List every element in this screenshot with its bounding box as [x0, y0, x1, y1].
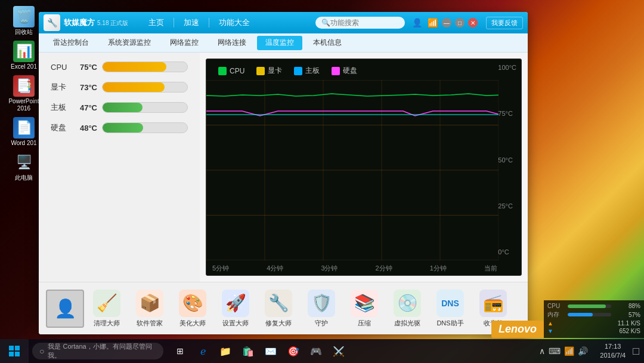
net-up-val: 11.1 K/S — [565, 320, 640, 327]
maximize-button[interactable]: □ — [455, 18, 465, 27]
minimize-button[interactable]: — — [442, 18, 451, 27]
softmgr-label: 软件管家 — [137, 319, 163, 328]
hdd-line — [206, 115, 499, 118]
toolbar-app-compress[interactable]: 📚 压缩 — [345, 290, 383, 328]
x-label-current: 当前 — [484, 264, 497, 273]
app-version: 5.18 正式版 — [97, 19, 128, 27]
desktop-icon-excel[interactable]: 📊 Excel 201 — [6, 41, 42, 70]
taskbar-app8[interactable]: ⚔️ — [328, 340, 349, 362]
taskbar-edge[interactable]: ℯ — [192, 340, 213, 362]
net-down-val: 652 K/S — [565, 328, 640, 334]
nav-features[interactable]: 功能大全 — [210, 15, 258, 30]
hdd-bar-bg — [102, 122, 188, 133]
toolbar-app-settings[interactable]: 🚀 设置大师 — [216, 290, 255, 328]
clock-time: 17:13 — [605, 342, 621, 351]
chevron-up-icon[interactable]: ∧ — [539, 346, 545, 356]
toolbar-app-dns[interactable]: DNS DNS助手 — [431, 290, 469, 328]
taskbar-task-view[interactable]: ⊞ — [169, 340, 191, 362]
taskbar-mail[interactable]: ✉️ — [260, 340, 281, 362]
chart-area: CPU 显卡 主板 硬盘 — [200, 53, 528, 282]
network-icon[interactable]: 📶 — [564, 346, 574, 356]
legend-hdd-label: 硬盘 — [343, 66, 357, 76]
cpu-value: 75°C — [72, 63, 97, 72]
sub-nav-netmon[interactable]: 网络监控 — [162, 36, 207, 50]
toolbar-app-beautify[interactable]: 🎨 美化大师 — [174, 290, 212, 328]
pc-label: 此电脑 — [15, 174, 33, 182]
sub-nav-temp[interactable]: 温度监控 — [257, 36, 302, 50]
nav-accelerate[interactable]: 加速 — [175, 15, 208, 30]
word-label: Word 201 — [11, 140, 36, 147]
desktop-icon-pc[interactable]: 🖥️ 此电脑 — [6, 152, 42, 182]
nav-home[interactable]: 主页 — [140, 15, 172, 30]
legend-cpu-label: CPU — [230, 67, 244, 75]
toolbar-app-softmgr[interactable]: 📦 软件管家 — [131, 290, 169, 328]
chart-container: CPU 显卡 主板 硬盘 — [206, 59, 522, 276]
legend-cpu: CPU — [218, 66, 244, 76]
main-content: CPU 75°C 显卡 73°C 主板 47°C — [39, 53, 528, 282]
mem-stat-row: 内存 57% — [547, 310, 640, 319]
cortana-search[interactable]: ○ 我是 Cortana，小娜。有问题尽管问我。 — [32, 343, 163, 359]
temp-row-mb: 主板 47°C — [51, 102, 188, 113]
chart-legend: CPU 显卡 主板 硬盘 — [212, 62, 363, 79]
sys-stats-overlay: CPU 88% 内存 57% ▲ 11.1 K/S ▼ 652 K/S — [544, 300, 644, 338]
user-icon[interactable]: 👤 — [411, 17, 423, 29]
taskbar-explorer[interactable]: 📁 — [215, 340, 236, 362]
y-label-100: 100°C — [498, 64, 516, 71]
app-logo: 🔧 — [44, 14, 60, 31]
system-clock[interactable]: 17:13 2016/7/4 — [595, 342, 630, 361]
hdd-label: 硬盘 — [51, 122, 67, 133]
net-up-stat-row: ▲ 11.1 K/S — [547, 320, 640, 327]
toolbar-app-repair[interactable]: 🔧 修复大师 — [259, 290, 298, 328]
toolbar-apps: 🧹 清理大师 📦 软件管家 🎨 美化大师 🚀 设置大师 🔧 修复大师 🛡️ — [88, 290, 512, 328]
taskbar-app6[interactable]: 🎯 — [283, 340, 304, 362]
legend-mb: 主板 — [294, 66, 320, 76]
legend-cpu-color — [218, 67, 227, 75]
toolbar-app-guard[interactable]: 🛡️ 守护 — [302, 290, 340, 328]
chart-x-axis: 5分钟 4分钟 3分钟 2分钟 1分钟 当前 — [212, 264, 497, 273]
lenovo-badge: Lenovo — [491, 321, 544, 338]
mb-label: 主板 — [51, 102, 67, 113]
compress-label: 压缩 — [358, 319, 371, 328]
sub-nav-sysinfo[interactable]: 本机信息 — [305, 36, 350, 50]
search-input[interactable] — [330, 19, 396, 27]
feedback-button[interactable]: 我要反馈 — [486, 17, 523, 29]
title-bar-actions: 👤 📶 — □ ✕ 我要反馈 — [411, 17, 523, 29]
app-window: 🔧 软媒魔方 5.18 正式版 主页 加速 功能大全 🔍 👤 📶 — □ ✕ 我… — [39, 12, 528, 334]
vdrive-label: 虚拟光驱 — [394, 319, 420, 328]
y-label-50: 50°C — [498, 156, 516, 164]
taskbar-app7[interactable]: 🎮 — [305, 340, 327, 362]
legend-mb-color — [294, 67, 302, 75]
app-name: 软媒魔方 — [64, 17, 95, 28]
toolbar-app-clean[interactable]: 🧹 清理大师 — [88, 290, 126, 328]
action-center-icon[interactable]: □ — [633, 345, 639, 358]
desktop-icon-recycle[interactable]: 🗑️ 回收站 — [6, 6, 42, 36]
start-button[interactable] — [0, 339, 29, 363]
svg-rect-14 — [15, 352, 20, 356]
close-button[interactable]: ✕ — [468, 18, 478, 27]
mem-stat-bar — [568, 313, 611, 316]
temp-row-gpu: 显卡 73°C — [51, 82, 188, 93]
legend-hdd-color — [332, 67, 340, 75]
desktop-icon-ppt[interactable]: 📑 PowerPoint2016 — [6, 75, 42, 112]
radio-icon: 📻 — [479, 290, 507, 317]
mb-value: 47°C — [72, 103, 97, 112]
search-circle-icon: ○ — [39, 346, 44, 356]
volume-icon[interactable]: 🔊 — [578, 346, 588, 356]
toolbar-app-vdrive[interactable]: 💿 虚拟光驱 — [388, 290, 426, 328]
legend-hdd: 硬盘 — [332, 66, 357, 76]
cpu-bar-fill — [103, 62, 166, 72]
clean-icon: 🧹 — [93, 290, 120, 317]
clock-date: 2016/7/4 — [600, 351, 626, 360]
x-label-5min: 5分钟 — [212, 264, 229, 273]
sub-nav-sysres[interactable]: 系统资源监控 — [100, 36, 159, 50]
desktop-icon-word[interactable]: 📄 Word 201 — [6, 117, 42, 147]
taskbar-store[interactable]: 🛍️ — [237, 340, 259, 362]
cpu-stat-row: CPU 88% — [547, 303, 640, 309]
net-up-icon: ▲ — [547, 320, 562, 327]
cpu-stat-bar — [568, 304, 611, 308]
beautify-label: 美化大师 — [179, 319, 206, 328]
cpu-label: CPU — [51, 63, 67, 72]
sub-nav-radar[interactable]: 雷达控制台 — [45, 36, 97, 50]
sub-nav-netconn[interactable]: 网络连接 — [209, 36, 255, 50]
search-box[interactable]: 🔍 — [315, 17, 405, 29]
